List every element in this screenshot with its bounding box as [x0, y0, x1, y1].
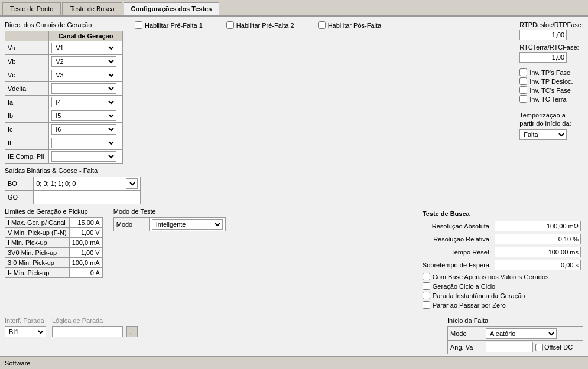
vb-select[interactable]: V2: [51, 56, 116, 67]
pre-falta1-checkbox[interactable]: [135, 21, 142, 29]
table-row: I Min. Pick-up 100,0 mA: [5, 238, 103, 248]
ciclo-ciclo-checkbox[interactable]: [423, 282, 430, 290]
vmin-label: V Min. Pick-up (F-N): [5, 228, 70, 238]
tempo-select[interactable]: Falta: [519, 129, 567, 140]
modo-label: Modo de Teste: [113, 208, 226, 215]
inv-tc-fase-checkbox[interactable]: [519, 86, 527, 94]
parada-inst-checkbox[interactable]: [423, 292, 430, 299]
saidas-label: Saídas Binárias & Goose - Falta: [5, 167, 583, 174]
sobretempo-input[interactable]: [495, 260, 581, 270]
ang-va-input[interactable]: [486, 342, 533, 352]
va-select[interactable]: V1: [51, 43, 116, 53]
row-label: Va: [5, 41, 49, 55]
tab-ponto[interactable]: Teste de Ponto: [2, 2, 61, 15]
modo-section: Modo de Teste Modo Inteligente: [113, 208, 226, 231]
pos-falta-checkbox[interactable]: [318, 21, 326, 29]
bo-value: 0; 0; 1; 1; 0; 0 ▼: [34, 177, 141, 191]
busca-panel: Teste de Busca Resolução Absoluta: Resol…: [420, 208, 583, 311]
go-input[interactable]: [36, 192, 138, 203]
inv-tc-fase-label: Inv. TC's Fase: [529, 87, 571, 94]
row-value[interactable]: [49, 150, 123, 164]
ang-va-value[interactable]: Offset DC: [483, 341, 583, 354]
imax-label: I Max. Ger. p/ Canal: [5, 218, 70, 228]
status-bar: Software: [0, 356, 588, 369]
interf-parada-select[interactable]: BI1: [5, 326, 46, 337]
interf-parada-label: Interf. Parada: [5, 317, 46, 324]
row-value[interactable]: V3: [49, 68, 123, 82]
base-valores-checkbox[interactable]: [423, 273, 430, 280]
row-value[interactable]: [49, 82, 123, 96]
vdelta-select[interactable]: [51, 83, 116, 94]
inicio-modo-value[interactable]: Aleatório: [483, 327, 583, 341]
tempo-section: Temporização apartir do início da: Falta: [519, 111, 583, 140]
rtp-input[interactable]: [519, 30, 567, 40]
vc-select[interactable]: V3: [51, 70, 116, 80]
row-value[interactable]: V2: [49, 55, 123, 68]
modo-row-value[interactable]: Inteligente: [149, 218, 225, 231]
table-row: GO: [5, 191, 141, 204]
inv-tp-fase-checkbox[interactable]: [519, 68, 527, 76]
bottom-row: Interf. Parada BI1 Lógica de Parada ... …: [5, 317, 583, 354]
table-row: Vb V2: [5, 55, 123, 68]
table-row: Va V1: [5, 41, 123, 55]
ie-select[interactable]: [51, 138, 116, 148]
parar-zero-checkbox[interactable]: [423, 301, 430, 309]
iminus-value: 0 A: [69, 268, 102, 278]
modo-table: Modo Inteligente: [113, 217, 226, 231]
inv-tp-desloc-checkbox[interactable]: [519, 77, 527, 85]
inv-tc-terra-label: Inv. TC Terra: [529, 96, 566, 103]
logica-parada-dots-button[interactable]: ...: [126, 326, 138, 337]
tab-config[interactable]: Configurações dos Testes: [124, 2, 220, 15]
tempo-label: Temporização apartir do início da:: [519, 111, 583, 128]
channel-header: Canal de Geração: [49, 31, 123, 41]
res-abs-input[interactable]: [495, 221, 581, 231]
saidas-table: BO 0; 0; 1; 1; 0; 0 ▼ GO: [5, 177, 141, 204]
busca-cb4: Parar ao Passar por Zero: [423, 301, 581, 309]
modo-select[interactable]: Inteligente: [152, 219, 223, 230]
rtp-label: RTPDesloc/RTPFase:: [519, 21, 583, 28]
logica-parada-input[interactable]: [52, 326, 123, 337]
base-valores-label: Com Base Apenas nos Valores Gerados: [433, 273, 549, 280]
pre-falta2-checkbox[interactable]: [226, 21, 234, 29]
busca-row-1: Resolução Absoluta:: [423, 221, 581, 231]
go-value[interactable]: [34, 191, 141, 204]
3v0-value: 1,00 V: [69, 248, 102, 258]
inicio-falta-section: Início da Falta Modo Aleatório Ang. Va: [447, 317, 583, 354]
row-value[interactable]: [49, 136, 123, 150]
tab-busca[interactable]: Teste de Busca: [62, 2, 122, 15]
ia-select[interactable]: I4: [51, 97, 116, 107]
ie-comp-select[interactable]: [51, 151, 116, 162]
row-value[interactable]: I4: [49, 96, 123, 109]
busca-row-4: Sobretempo de Espera:: [423, 260, 581, 270]
table-row: BO 0; 0; 1; 1; 0; 0 ▼: [5, 177, 141, 191]
table-row: IE: [5, 136, 123, 150]
row-value[interactable]: V1: [49, 41, 123, 55]
table-row: Vc V3: [5, 68, 123, 82]
row-value[interactable]: I6: [49, 123, 123, 136]
pre-falta2-item: Habilitar Pré-Falta 2: [226, 21, 294, 29]
offset-dc-label: Offset DC: [544, 344, 573, 351]
rtc-input[interactable]: [519, 52, 567, 63]
tempo-reset-input[interactable]: [495, 247, 581, 257]
inv-tc-fase-item: Inv. TC's Fase: [519, 86, 583, 94]
logica-parada-group: Lógica de Parada ...: [52, 317, 138, 337]
row-label: IE: [5, 136, 49, 150]
bo-select[interactable]: ▼: [126, 178, 138, 189]
inv-tp-fase-item: Inv. TP's Fase: [519, 68, 583, 76]
res-rel-input[interactable]: [495, 234, 581, 244]
row-label: Vb: [5, 55, 49, 68]
ic-select[interactable]: I6: [51, 124, 116, 135]
inicio-table: Modo Aleatório Ang. Va Offset DC: [447, 326, 583, 354]
table-row: I- Min. Pick-up 0 A: [5, 268, 103, 278]
top-row: Direc. dos Canais de Geração Canal de Ge…: [5, 21, 583, 164]
row-value[interactable]: I5: [49, 109, 123, 123]
inv-tc-terra-checkbox[interactable]: [519, 95, 527, 103]
inicio-modo-select[interactable]: Aleatório: [486, 328, 557, 339]
rtc-group: RTCTerra/RTCFase:: [519, 44, 583, 63]
3i0-label: 3I0 Min. Pick-up: [5, 258, 70, 268]
inv-checkboxes: Inv. TP's Fase Inv. TP Desloc. Inv. TC's…: [519, 68, 583, 103]
status-text: Software: [5, 360, 30, 367]
row3: Limites de Geração e Pickup I Max. Ger. …: [5, 208, 583, 311]
offset-dc-checkbox[interactable]: [535, 344, 543, 351]
ib-select[interactable]: I5: [51, 110, 116, 121]
